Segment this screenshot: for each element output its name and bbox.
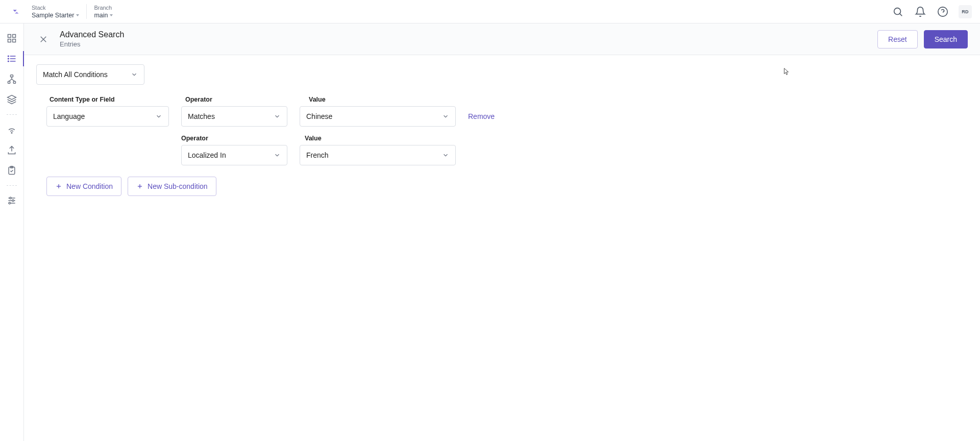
main-area: Advanced Search Entries Reset Search Mat… [24,23,980,441]
svg-point-2 [938,7,947,16]
svg-point-18 [11,132,12,133]
header-actions: RD [891,5,972,18]
help-button[interactable] [936,5,949,18]
nav-assets[interactable] [2,90,21,109]
search-icon [892,6,903,17]
page-subtitle: Entries [60,40,124,48]
value-label: Value [305,135,458,142]
bell-icon [915,6,926,17]
nav-tasks[interactable] [2,161,21,180]
logo-icon [10,6,21,17]
value-select[interactable]: Chinese [300,106,456,127]
layers-icon [7,94,17,105]
search-builder: Match All Conditions Content Type or Fie… [24,55,980,441]
svg-point-22 [10,197,11,199]
nav-settings[interactable] [2,191,21,210]
svg-point-24 [12,200,14,201]
new-subcondition-button[interactable]: New Sub-condition [128,177,216,196]
caret-down-icon [110,14,113,16]
wifi-icon [7,125,17,135]
sub-operator-select[interactable]: Localized In [181,145,287,165]
notifications-button[interactable] [914,5,927,18]
branch-value: main [94,12,108,19]
conditions-area: Content Type or Field Operator Value Lan… [46,96,968,165]
sub-condition-row: Localized In French [181,145,968,165]
plus-icon [55,183,62,190]
chevron-down-icon [155,113,162,120]
svg-point-26 [9,202,10,204]
list-icon [7,54,17,64]
value-label: Value [309,96,462,103]
match-mode-select[interactable]: Match All Conditions [36,64,144,85]
reset-button[interactable]: Reset [877,30,918,48]
svg-rect-7 [13,39,16,42]
column-labels-row: Content Type or Field Operator Value [46,96,968,103]
search-button[interactable]: Search [924,30,968,48]
new-condition-button[interactable]: New Condition [46,177,121,196]
new-subcondition-label: New Sub-condition [148,182,208,190]
operator-select[interactable]: Matches [181,106,287,127]
chevron-down-icon [442,152,449,159]
page-title: Advanced Search [60,30,124,39]
operator-label: Operator [185,96,292,103]
remove-condition-link[interactable]: Remove [468,112,495,120]
clipboard-icon [7,165,17,176]
close-button[interactable] [36,32,51,46]
header-context: Stack Sample Starter Branch main [32,4,120,19]
svg-rect-14 [11,75,13,77]
hierarchy-icon [7,74,17,84]
nav-entries[interactable] [2,49,21,68]
close-icon [39,35,48,44]
svg-rect-15 [8,81,10,83]
match-mode-label: Match All Conditions [43,70,108,79]
rail-divider [7,114,17,115]
caret-down-icon [76,14,79,16]
svg-rect-16 [13,81,15,83]
nav-dashboard[interactable] [2,29,21,48]
plus-icon [136,183,143,190]
chevron-down-icon [442,113,449,120]
sub-operator-value: Localized In [188,151,226,159]
value-select-value: Chinese [306,112,332,120]
nav-releases[interactable] [2,120,21,139]
svg-marker-17 [8,95,16,100]
chevron-down-icon [131,71,138,78]
sub-column-labels-row: Operator Value [181,135,968,142]
operator-select-value: Matches [188,112,215,120]
app-logo[interactable] [8,4,23,19]
sub-value-value: French [306,151,329,159]
upload-icon [7,145,17,155]
svg-rect-4 [8,35,11,38]
rail-divider [7,185,17,186]
stack-value: Sample Starter [32,12,74,19]
chevron-down-icon [274,152,281,159]
condition-actions: New Condition New Sub-condition [46,177,968,196]
page-header: Advanced Search Entries Reset Search [24,23,980,55]
grid-icon [7,33,17,43]
svg-line-1 [900,13,902,16]
user-avatar[interactable]: RD [959,5,972,18]
nav-content-models[interactable] [2,69,21,89]
cursor-pointer-icon [781,67,791,77]
top-header: Stack Sample Starter Branch main [0,0,980,23]
help-icon [937,6,948,17]
stack-label: Stack [32,4,79,12]
sub-value-select[interactable]: French [300,145,456,165]
new-condition-label: New Condition [66,182,113,190]
svg-point-11 [8,56,9,57]
svg-point-0 [894,8,901,14]
global-search-button[interactable] [891,5,904,18]
branch-label: Branch [94,4,113,12]
svg-rect-6 [8,39,11,42]
chevron-down-icon [274,113,281,120]
svg-rect-5 [13,35,16,38]
content-type-label: Content Type or Field [50,96,169,103]
condition-row: Language Matches Chinese Remove [46,106,968,127]
svg-point-13 [8,61,9,62]
stack-selector[interactable]: Stack Sample Starter [32,4,86,19]
branch-selector[interactable]: Branch main [86,4,120,19]
side-rail [0,23,24,441]
sliders-icon [7,195,17,206]
nav-publish[interactable] [2,140,21,160]
field-select[interactable]: Language [46,106,169,127]
